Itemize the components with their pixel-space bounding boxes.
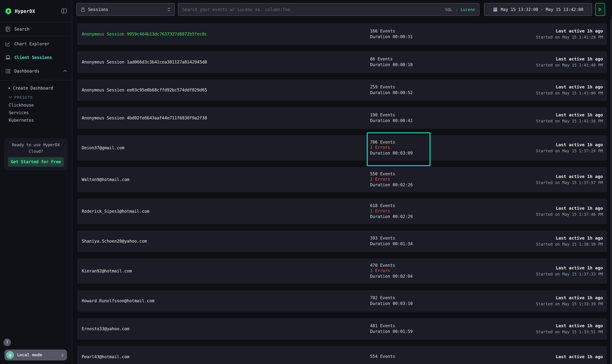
session-started: Started on May 15 1:41:40 PM [413, 62, 603, 68]
session-events-count: 702 Events [370, 296, 413, 301]
sidebar-item-client-sessions[interactable]: Client Sessions [0, 51, 72, 64]
session-started: Started on May 15 1:33:51 PM [413, 329, 603, 335]
sidebar-item-label: Search [14, 27, 29, 32]
session-row[interactable]: Ernesto33@yahoo.com 481 Events Duration … [77, 318, 607, 340]
session-stats: 554 Events [370, 354, 395, 360]
journal-icon [5, 26, 11, 32]
session-events-count: 481 Events [370, 324, 413, 329]
session-title: Anonymous Session ee03c95e0b68cffd92bc57… [82, 88, 370, 92]
source-select[interactable]: Sessions [76, 3, 175, 16]
session-started: Started on May 15 1:37:46 PM [413, 211, 603, 217]
chevron-right-icon [61, 353, 64, 357]
session-activity: Last active 1h ago Started on May 15 1:3… [413, 174, 603, 185]
session-stats: 166 Events Duration 00:00:31 [370, 29, 413, 40]
time-range-value: May 15 13:32:00 - May 15 13:42:00 [501, 7, 583, 12]
get-started-button[interactable]: Get Started for Free [8, 157, 64, 167]
session-errors-count: 1 Errors [370, 209, 413, 214]
database-icon [81, 7, 85, 12]
session-title: Roderick_Sipes1@hotmail.com [82, 209, 370, 214]
local-mode-label: Local mode [17, 353, 58, 358]
search-box: SQL | Lucene [178, 3, 480, 16]
session-duration: Duration 00:00:52 [370, 90, 413, 96]
session-row[interactable]: Pearl43@hotmail.com 554 Events Last acti… [77, 346, 607, 364]
run-query-button[interactable] [595, 3, 605, 16]
session-started: Started on May 15 1:41:16 PM [413, 118, 603, 124]
session-stats: 259 Events Duration 00:00:52 [370, 85, 413, 96]
session-title: Kieran92@hotmail.com [82, 269, 370, 273]
session-activity: Last active 1h ago Started on May 15 1:3… [413, 323, 603, 335]
session-row[interactable]: Anonymous Session 4bd02fe6643aaf44e711f6… [77, 107, 607, 129]
session-duration: Duration 00:01:34 [370, 241, 413, 247]
session-events-count: 393 Events [370, 236, 413, 241]
session-stats: 470 Events 1 Errors Duration 00:02:04 [370, 263, 413, 279]
lucene-toggle[interactable]: Lucene [461, 7, 475, 12]
session-duration: Duration 00:03:09 [370, 151, 413, 156]
session-row[interactable]: Anonymous Session 9959c464b13dc7637327d8… [77, 24, 607, 45]
play-icon [599, 8, 602, 11]
create-dashboard-button[interactable]: + Create Dashboard [0, 83, 72, 93]
sidebar-item-search[interactable]: Search [0, 22, 72, 36]
session-started: Started on May 15 1:41:28 PM [413, 34, 603, 40]
session-title: Shaniya.Schoen20@yahoo.com [82, 239, 370, 244]
source-select-value: Sessions [88, 7, 164, 12]
session-stats: 481 Events Duration 00:01:59 [370, 324, 413, 334]
session-last-active: Last active 1h ago [413, 265, 603, 271]
session-activity: Last active 1h ago Started on May 15 1:3… [413, 295, 603, 307]
session-activity: Last active 1h ago Started on May 15 1:4… [413, 112, 603, 124]
presets-header[interactable]: PRESETS [0, 93, 72, 101]
user-avatar: U [6, 351, 14, 359]
preset-item-services[interactable]: Services [0, 109, 72, 116]
session-title: Anonymous Session 9959c464b13dc7637327d8… [82, 32, 370, 37]
sidebar-item-chart-explorer[interactable]: Chart Explorer [0, 37, 72, 51]
session-row[interactable]: Howard.Runolfsson@hotmail.com 702 Events… [77, 290, 607, 312]
local-mode-button[interactable]: U Local mode [4, 350, 67, 361]
session-row[interactable]: Kieran92@hotmail.com 470 Events 1 Errors… [77, 259, 607, 284]
updown-chevrons-icon [167, 7, 171, 12]
session-stats: 550 Events 1 Errors Duration 00:02:26 [370, 171, 413, 188]
session-row[interactable]: Shaniya.Schoen20@yahoo.com 393 Events Du… [77, 231, 607, 252]
session-stats: 190 Events Duration 00:00:41 [370, 113, 413, 124]
session-title: Ernesto33@yahoo.com [82, 326, 370, 331]
session-row[interactable]: Anonymous Session 1ad066d3c3b41cea381127… [77, 52, 607, 73]
session-stats: 702 Events Duration 00:03:10 [370, 296, 413, 306]
session-activity: Last active 1h ago Started on May 15 1:4… [413, 84, 603, 96]
session-last-active: Last active 1h ago [413, 206, 603, 211]
session-events-count: 618 Events [370, 203, 413, 209]
session-duration: Duration 00:00:18 [370, 62, 413, 68]
session-started: Started on May 15 1:37:33 PM [413, 271, 603, 277]
session-started: Started on May 15 1:41:06 PM [413, 90, 603, 96]
preset-item-kubernetes[interactable]: Kubernetes [0, 116, 72, 124]
session-row[interactable]: Walton9@hotmail.com 550 Events 1 Errors … [77, 167, 607, 192]
session-activity: Last active 1h ago Started on May 15 1:3… [413, 206, 603, 217]
session-last-active: Last active 1h ago [413, 28, 603, 34]
language-divider: | [455, 7, 458, 12]
vertical-scrollbar[interactable] [611, 19, 612, 364]
sidebar-item-dashboards[interactable]: Dashboards [0, 64, 72, 78]
preset-item-clickhouse[interactable]: Clickhouse [0, 101, 72, 109]
chart-icon [5, 41, 11, 46]
session-last-active: Last active 1h ago [413, 112, 603, 118]
session-activity: Last active 1h ago [395, 354, 603, 360]
session-stats: 706 Events 1 Errors Duration 00:03:09 [370, 140, 413, 156]
session-last-active: Last active 1h ago [413, 295, 603, 301]
hyperdx-logo-icon [5, 7, 12, 15]
session-last-active: Last active 1h ago [413, 235, 603, 241]
session-stats: 618 Events 1 Errors Duration 00:02:29 [370, 203, 413, 220]
time-range-picker[interactable]: May 15 13:32:00 - May 15 13:42:00 [484, 3, 592, 16]
sidebar-item-label: Chart Explorer [14, 41, 49, 46]
session-row[interactable]: Deion37@gmail.com 706 Events 1 Errors Du… [77, 135, 607, 161]
brand-title: HyperDX [15, 8, 61, 14]
session-title: Anonymous Session 1ad066d3c3b41cea381127… [82, 60, 370, 65]
session-last-active: Last active 1h ago [413, 174, 603, 180]
sql-toggle[interactable]: SQL [445, 7, 452, 12]
session-row[interactable]: Anonymous Session ee03c95e0b68cffd92bc57… [77, 79, 607, 101]
session-started: Started on May 15 1:33:39 PM [413, 301, 603, 307]
session-events-count: 554 Events [370, 354, 395, 360]
session-errors-count: 1 Errors [370, 145, 413, 151]
session-row[interactable]: Roderick_Sipes1@hotmail.com 618 Events 1… [77, 199, 607, 224]
help-button[interactable]: ? [3, 339, 11, 346]
sidebar-item-label: Client Sessions [14, 55, 52, 60]
search-input[interactable] [182, 7, 442, 12]
session-events-count: 550 Events [370, 171, 413, 177]
sidebar-collapse-button[interactable] [61, 8, 67, 13]
